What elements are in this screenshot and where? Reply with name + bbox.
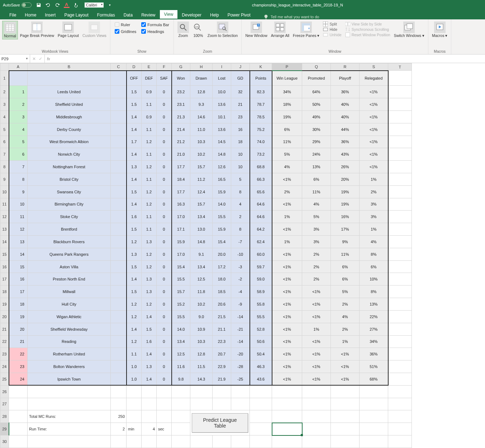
cell-playoff-22[interactable]: 1% xyxy=(331,335,360,348)
cell-gd-25[interactable]: -25 xyxy=(231,373,250,385)
cell-def-15[interactable]: 1.2 xyxy=(142,248,157,260)
cell-gd-3[interactable]: 21 xyxy=(231,98,250,111)
cell-winleague-4[interactable]: 19% xyxy=(272,110,302,123)
cell-winleague-24[interactable]: <1% xyxy=(272,360,302,373)
cell-off-19[interactable]: 1.2 xyxy=(127,298,142,311)
cell-saf-4[interactable]: 0 xyxy=(157,110,172,123)
cell-T18[interactable] xyxy=(388,286,412,298)
cell-won-25[interactable]: 9.8 xyxy=(172,373,190,385)
cell-promoted-8[interactable]: 13% xyxy=(302,161,331,173)
cell-playoff-4[interactable]: 40% xyxy=(331,110,360,123)
row-header-12[interactable]: 12 xyxy=(0,211,9,223)
cell-playoff-3[interactable]: 40% xyxy=(331,98,360,111)
cell-G28[interactable] xyxy=(172,410,190,423)
cell-saf-3[interactable]: 0 xyxy=(157,98,172,111)
row-header-29[interactable]: 29 xyxy=(0,423,9,435)
cell-relegated-24[interactable]: 51% xyxy=(360,360,388,373)
cell-T29[interactable] xyxy=(388,423,412,435)
cell-R27[interactable] xyxy=(331,398,360,410)
row-header-10[interactable]: 10 xyxy=(0,185,9,198)
cell-lost-20[interactable]: 21.5 xyxy=(213,310,231,323)
cell-winleague-16[interactable]: <1% xyxy=(272,260,302,273)
row-header-16[interactable]: 16 xyxy=(0,260,9,273)
zoom-button[interactable]: Zoom xyxy=(176,21,190,39)
cell-T25[interactable] xyxy=(388,373,412,385)
cell-def-23[interactable]: 1.4 xyxy=(142,348,157,360)
cell-won-22[interactable]: 13.4 xyxy=(172,335,190,348)
cell-team-23[interactable]: Rotherham United xyxy=(28,348,111,360)
toggle-off-icon[interactable] xyxy=(22,3,32,8)
cell-points-11[interactable]: 64.6 xyxy=(250,198,272,211)
cell-def-9[interactable]: 1.1 xyxy=(142,173,157,185)
cell-saf-20[interactable]: 0 xyxy=(157,310,172,323)
cell-winleague-11[interactable]: <1% xyxy=(272,198,302,211)
cell-drawn-4[interactable]: 14.6 xyxy=(190,110,213,123)
cell-points-24[interactable]: 46.3 xyxy=(250,360,272,373)
cell-relegated-20[interactable]: 22% xyxy=(360,310,388,323)
cell-A26[interactable] xyxy=(9,385,28,398)
cell-Q30[interactable] xyxy=(302,435,331,448)
column-header-K[interactable]: K xyxy=(250,63,272,71)
cell-relegated-5[interactable]: <1% xyxy=(360,123,388,136)
row-header-19[interactable]: 19 xyxy=(0,298,9,311)
cell-saf-6[interactable]: 0 xyxy=(157,136,172,148)
cell-def-21[interactable]: 1.5 xyxy=(142,323,157,335)
cell-won-4[interactable]: 21.3 xyxy=(172,110,190,123)
cell-gd-18[interactable]: -4 xyxy=(231,286,250,298)
cell-relegated-17[interactable]: 10% xyxy=(360,273,388,286)
cell-promoted-20[interactable]: <1% xyxy=(302,310,331,323)
cell-winleague-12[interactable]: 1% xyxy=(272,211,302,223)
cell-off-11[interactable]: 1.4 xyxy=(127,198,142,211)
cell-rank-2[interactable]: 1 xyxy=(9,86,28,98)
cell-Q27[interactable] xyxy=(302,398,331,410)
cell-T20[interactable] xyxy=(388,310,412,323)
cell-playoff-23[interactable]: <1% xyxy=(331,348,360,360)
row-header-15[interactable]: 15 xyxy=(0,248,9,260)
cell-gd-11[interactable]: 4 xyxy=(231,198,250,211)
cell-F26[interactable] xyxy=(157,385,172,398)
row-header-28[interactable]: 28 xyxy=(0,410,9,423)
cell-C9[interactable] xyxy=(111,173,127,185)
cell-T3[interactable] xyxy=(388,98,412,111)
cell-drawn-21[interactable]: 10.9 xyxy=(190,323,213,335)
cell-off-20[interactable]: 1.2 xyxy=(127,310,142,323)
cell-saf-8[interactable]: 0 xyxy=(157,161,172,173)
cell-winleague-13[interactable]: <1% xyxy=(272,223,302,236)
cell-winleague-22[interactable]: <1% xyxy=(272,335,302,348)
cell-team-22[interactable]: Reading xyxy=(28,335,111,348)
cell-promoted-6[interactable]: 29% xyxy=(302,136,331,148)
cell-saf-9[interactable]: 0 xyxy=(157,173,172,185)
cell-promoted-25[interactable]: <1% xyxy=(302,373,331,385)
cell-gd-24[interactable]: -28 xyxy=(231,360,250,373)
cell-rank-7[interactable]: 6 xyxy=(9,148,28,161)
cell-drawn-9[interactable]: 11.2 xyxy=(190,173,213,185)
column-header-C[interactable]: C xyxy=(111,63,127,71)
cell-C16[interactable] xyxy=(111,260,127,273)
cell-relegated-11[interactable]: 3% xyxy=(360,198,388,211)
cell-lost-15[interactable]: 20.0 xyxy=(213,248,231,260)
cell-playoff-11[interactable]: 19% xyxy=(331,198,360,211)
cell-T24[interactable] xyxy=(388,360,412,373)
cell-off-5[interactable]: 1.4 xyxy=(127,123,142,136)
cell-drawn-23[interactable]: 12.8 xyxy=(190,348,213,360)
cell-team-15[interactable]: Queens Park Rangers xyxy=(28,248,111,260)
cell-F28[interactable] xyxy=(157,410,172,423)
cell-points-3[interactable]: 78.7 xyxy=(250,98,272,111)
cell-def-19[interactable]: 1.2 xyxy=(142,298,157,311)
cell-drawn-15[interactable]: 9.1 xyxy=(190,248,213,260)
cell-T6[interactable] xyxy=(388,136,412,148)
cell-P30[interactable] xyxy=(272,435,302,448)
cell-C5[interactable] xyxy=(111,123,127,136)
row-header-8[interactable]: 8 xyxy=(0,161,9,173)
cell-K29[interactable] xyxy=(250,423,272,435)
cell-G26[interactable] xyxy=(172,385,190,398)
cell-playoff-18[interactable]: 5% xyxy=(331,286,360,298)
cell-D27[interactable] xyxy=(127,398,142,410)
cell-off-22[interactable]: 1.2 xyxy=(127,335,142,348)
cell-rank-20[interactable]: 19 xyxy=(9,310,28,323)
cell-rank-25[interactable]: 24 xyxy=(9,373,28,385)
switch-windows-button[interactable]: Switch Windows ▾ xyxy=(393,21,426,39)
cell-playoff-9[interactable]: 20% xyxy=(331,173,360,185)
cell-points-7[interactable]: 73.2 xyxy=(250,148,272,161)
cell-T11[interactable] xyxy=(388,198,412,211)
